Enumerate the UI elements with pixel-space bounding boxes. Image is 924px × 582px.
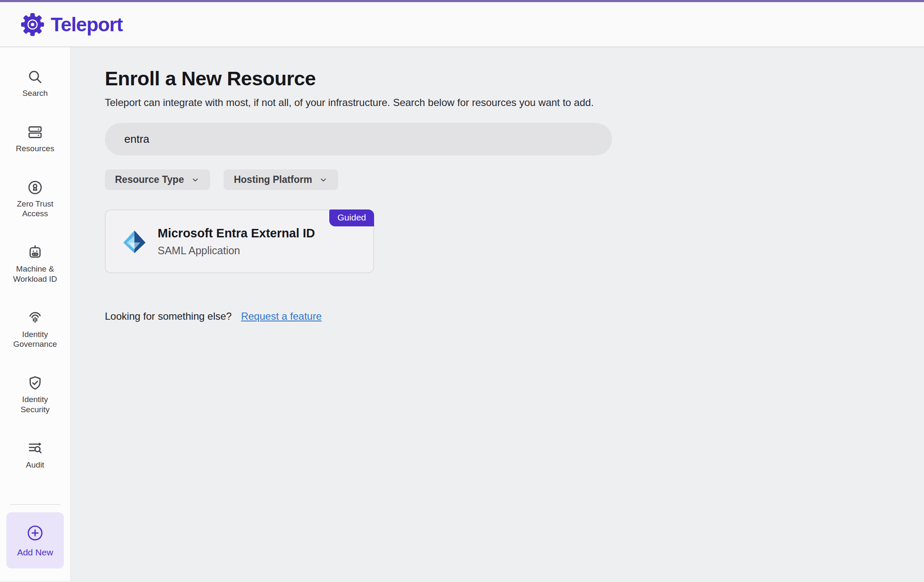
resource-type-filter-button[interactable]: Resource Type <box>105 169 210 190</box>
identity-security-icon <box>27 375 44 392</box>
sidebar-bottom-section: Add New <box>0 504 70 581</box>
request-feature-link[interactable]: Request a feature <box>241 310 322 322</box>
search-icon <box>27 68 44 85</box>
machine-workload-id-icon <box>27 244 44 261</box>
sidebar-divider <box>10 504 60 505</box>
app-header: Teleport <box>0 2 924 47</box>
resource-type-filter-label: Resource Type <box>115 174 184 185</box>
audit-icon <box>27 440 44 457</box>
teleport-logo[interactable]: Teleport <box>19 11 123 38</box>
resource-card-microsoft-entra-external-id[interactable]: Guided Microsoft Entra External ID SAML … <box>105 209 374 273</box>
main-content: Enroll a New Resource Teleport can integ… <box>71 47 924 581</box>
resource-card-title: Microsoft Entra External ID <box>158 226 315 240</box>
sidebar-item-identity-security[interactable]: Identity Security <box>8 375 63 415</box>
sidebar-item-machine-workload-id[interactable]: Machine & Workload ID <box>8 244 63 284</box>
sidebar-item-identity-governance[interactable]: Identity Governance <box>8 310 63 350</box>
sidebar-item-zero-trust-access[interactable]: Zero Trust Access <box>8 179 63 219</box>
identity-governance-icon <box>27 310 44 326</box>
resource-search-input[interactable] <box>105 123 612 155</box>
microsoft-entra-icon <box>122 229 147 254</box>
page-subtitle: Teleport can integrate with most, if not… <box>105 97 924 109</box>
chevron-down-icon <box>319 175 328 185</box>
sidebar-item-search[interactable]: Search <box>22 68 48 98</box>
sidebar: Search Resources Zero Trust Access <box>0 47 71 581</box>
resources-icon <box>27 124 44 141</box>
hosting-platform-filter-label: Hosting Platform <box>234 174 312 185</box>
zero-trust-access-icon <box>27 179 44 196</box>
sidebar-item-resources[interactable]: Resources <box>16 124 55 154</box>
sidebar-item-label: Resources <box>16 144 55 154</box>
teleport-logo-text: Teleport <box>51 13 123 36</box>
sidebar-item-label: Search <box>22 88 48 98</box>
footer-prompt: Looking for something else? <box>105 310 232 322</box>
chevron-down-icon <box>191 175 200 185</box>
sidebar-item-label: Identity Security <box>8 394 63 415</box>
footer-row: Looking for something else? Request a fe… <box>105 310 924 322</box>
teleport-gear-icon <box>19 11 46 38</box>
resource-card-subtitle: SAML Application <box>158 245 315 257</box>
sidebar-item-label: Identity Governance <box>8 329 63 350</box>
sidebar-item-label: Zero Trust Access <box>8 199 63 219</box>
sidebar-item-audit[interactable]: Audit <box>26 440 44 470</box>
sidebar-item-label: Audit <box>26 460 44 470</box>
sidebar-item-add-new[interactable]: Add New <box>6 512 64 568</box>
add-new-label: Add New <box>17 547 53 558</box>
filter-bar: Resource Type Hosting Platform <box>105 169 924 190</box>
page-title: Enroll a New Resource <box>105 67 924 90</box>
hosting-platform-filter-button[interactable]: Hosting Platform <box>224 169 338 190</box>
sidebar-item-label: Machine & Workload ID <box>8 264 63 284</box>
resource-card-text: Microsoft Entra External ID SAML Applica… <box>158 226 315 257</box>
add-new-plus-icon <box>26 524 44 542</box>
guided-badge: Guided <box>329 209 374 226</box>
